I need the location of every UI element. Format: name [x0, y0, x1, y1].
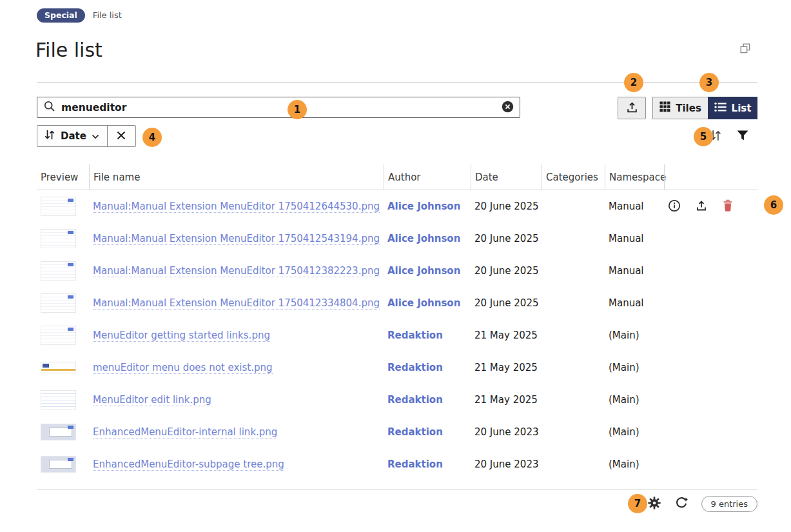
- table-row: EnhancedMenuEditor-subpage tree.png Reda…: [37, 448, 757, 480]
- column-header-namespace[interactable]: Namespace: [605, 164, 664, 190]
- categories-cell: [542, 190, 605, 222]
- namespace-cell: (Main): [605, 416, 664, 448]
- search-clear-button[interactable]: [502, 101, 514, 115]
- table-row: menuEditor menu does not exist.png Redak…: [37, 351, 757, 384]
- author-link[interactable]: Alice Johnson: [387, 201, 460, 212]
- toolbar-divider: [37, 82, 757, 83]
- file-name-link[interactable]: EnhancedMenuEditor-internal link.png: [93, 426, 277, 438]
- filter-button[interactable]: [736, 130, 749, 143]
- categories-cell: [542, 287, 605, 319]
- file-thumbnail[interactable]: [41, 456, 76, 473]
- categories-cell: [542, 351, 605, 384]
- row-actions: [664, 190, 757, 222]
- search-icon: [43, 100, 56, 115]
- table-row: Manual:Manual Extension MenuEditor 17504…: [37, 222, 757, 255]
- sort-field-label: Date: [61, 130, 86, 142]
- file-upload-new-version-button[interactable]: [695, 199, 708, 214]
- column-header-categories[interactable]: Categories: [542, 164, 605, 190]
- upload-button[interactable]: [618, 97, 646, 119]
- search-input[interactable]: [61, 102, 496, 113]
- column-header-date[interactable]: Date: [471, 164, 542, 190]
- file-thumbnail[interactable]: [41, 390, 76, 409]
- column-header-actions: [664, 164, 757, 190]
- author-link[interactable]: Redaktion: [387, 330, 443, 341]
- annotation-1: 1: [288, 100, 307, 119]
- author-link[interactable]: Alice Johnson: [387, 265, 460, 277]
- breadcrumb-page-label: File list: [93, 10, 122, 20]
- file-info-button[interactable]: [668, 199, 681, 214]
- table-row: Manual:Manual Extension MenuEditor 17504…: [37, 287, 757, 319]
- search-box[interactable]: [37, 97, 520, 118]
- table-tools: [709, 129, 749, 144]
- namespace-cell: Manual: [605, 222, 664, 255]
- file-delete-button[interactable]: [722, 199, 734, 214]
- author-link[interactable]: Alice Johnson: [387, 233, 460, 244]
- table-row: EnhancedMenuEditor-internal link.png Red…: [37, 416, 757, 448]
- annotation-6: 6: [764, 195, 783, 215]
- gear-icon: [647, 496, 661, 512]
- list-view-button[interactable]: List: [708, 97, 757, 119]
- author-link[interactable]: Redaktion: [387, 426, 443, 438]
- file-name-link[interactable]: Manual:Manual Extension MenuEditor 17504…: [93, 297, 380, 310]
- annotation-3: 3: [699, 73, 719, 92]
- sort-arrows-icon: [44, 129, 55, 143]
- info-icon: [668, 199, 681, 214]
- file-thumbnail[interactable]: [41, 229, 76, 248]
- file-name-link[interactable]: MenuEditor getting started links.png: [93, 330, 270, 342]
- author-link[interactable]: Redaktion: [387, 362, 443, 373]
- fullscreen-button[interactable]: [739, 43, 752, 55]
- file-thumbnail[interactable]: [41, 362, 76, 373]
- tiles-view-button[interactable]: Tiles: [652, 97, 708, 119]
- namespace-cell: (Main): [605, 384, 664, 416]
- author-link[interactable]: Redaktion: [387, 458, 443, 470]
- tiles-label: Tiles: [676, 103, 701, 114]
- view-toggle: Tiles List: [652, 97, 757, 119]
- author-link[interactable]: Alice Johnson: [387, 297, 460, 309]
- file-thumbnail[interactable]: [41, 293, 76, 313]
- date-cell: 20 June 2025: [471, 190, 542, 222]
- sort-field-dropdown[interactable]: Date: [37, 126, 107, 146]
- file-thumbnail[interactable]: [41, 197, 76, 216]
- file-thumbnail[interactable]: [41, 326, 76, 345]
- date-cell: 20 June 2023: [471, 416, 542, 448]
- table-row: Manual:Manual Extension MenuEditor 17504…: [37, 190, 757, 222]
- close-icon: [116, 130, 126, 143]
- date-cell: 21 May 2025: [471, 384, 542, 416]
- breadcrumb: Special File list: [37, 8, 122, 23]
- annotation-4: 4: [142, 128, 162, 147]
- categories-cell: [542, 319, 605, 351]
- namespace-cell: (Main): [605, 319, 664, 351]
- column-header-file-name[interactable]: File name: [89, 164, 384, 190]
- categories-cell: [542, 448, 605, 480]
- file-name-link[interactable]: menuEditor menu does not exist.png: [93, 362, 273, 374]
- refresh-button[interactable]: [674, 496, 688, 512]
- namespace-cell: Manual: [605, 190, 664, 222]
- file-name-link[interactable]: EnhancedMenuEditor-subpage tree.png: [93, 458, 284, 471]
- date-cell: 20 June 2023: [471, 448, 542, 480]
- sort-control: Date: [37, 125, 136, 147]
- table-row: Manual:Manual Extension MenuEditor 17504…: [37, 255, 757, 287]
- list-bullets-icon: [714, 102, 727, 115]
- table-row: MenuEditor edit link.png Redaktion 21 Ma…: [37, 384, 757, 416]
- file-list-page: Special File list File list: [0, 0, 791, 532]
- column-header-author[interactable]: Author: [384, 164, 471, 190]
- date-cell: 20 June 2025: [471, 255, 542, 287]
- table-row: MenuEditor getting started links.png Red…: [37, 319, 757, 351]
- file-name-link[interactable]: Manual:Manual Extension MenuEditor 17504…: [93, 201, 380, 213]
- categories-cell: [542, 222, 605, 255]
- file-thumbnail[interactable]: [41, 424, 76, 440]
- file-name-link[interactable]: Manual:Manual Extension MenuEditor 17504…: [93, 233, 380, 245]
- sort-clear-button[interactable]: [107, 126, 135, 146]
- date-cell: 20 June 2025: [471, 222, 542, 255]
- file-table: Preview File name Author Date Categories…: [37, 164, 757, 480]
- file-name-link[interactable]: Manual:Manual Extension MenuEditor 17504…: [93, 265, 380, 277]
- file-thumbnail[interactable]: [41, 261, 76, 281]
- trash-icon: [722, 199, 734, 214]
- column-header-preview[interactable]: Preview: [37, 164, 89, 190]
- file-name-link[interactable]: MenuEditor edit link.png: [93, 394, 211, 406]
- namespace-badge[interactable]: Special: [37, 8, 85, 23]
- table-settings-button[interactable]: [647, 496, 661, 512]
- upload-icon: [625, 101, 639, 116]
- author-link[interactable]: Redaktion: [387, 394, 443, 406]
- chevron-down-icon: [92, 130, 99, 142]
